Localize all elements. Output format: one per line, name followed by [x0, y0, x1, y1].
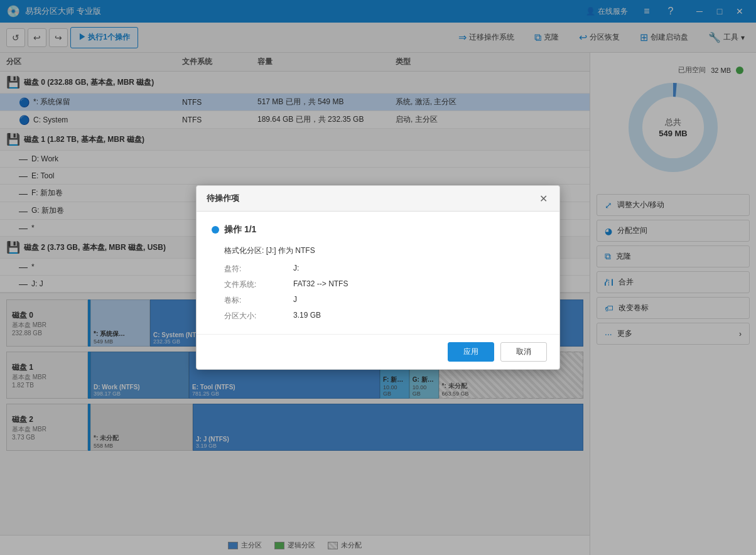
modal-op-title: 操作 1/1	[212, 224, 544, 235]
modal-label-volume: 卷标:	[224, 295, 287, 306]
modal-op-dot	[212, 226, 219, 234]
modal-op-desc: 格式化分区: [J:] 作为 NTFS	[212, 245, 544, 256]
modal-body: 操作 1/1 格式化分区: [J:] 作为 NTFS 盘符: J: 文件系统: …	[197, 212, 559, 334]
modal-dialog: 待操作项 ✕ 操作 1/1 格式化分区: [J:] 作为 NTFS 盘符: J:…	[196, 185, 560, 370]
modal-title: 待操作项	[207, 193, 239, 204]
modal-footer: 应用 取消	[197, 334, 559, 369]
modal-detail: 盘符: J: 文件系统: FAT32 --> NTFS 卷标: J 分区大小: …	[212, 264, 544, 321]
modal-close-button[interactable]: ✕	[537, 192, 549, 205]
modal-value-fs: FAT32 --> NTFS	[293, 279, 544, 290]
modal-value-size: 3.19 GB	[293, 311, 544, 321]
modal-value-volume: J	[293, 295, 544, 306]
modal-label-size: 分区大小:	[224, 311, 287, 321]
modal-cancel-button[interactable]: 取消	[500, 342, 547, 362]
modal-overlay[interactable]: 待操作项 ✕ 操作 1/1 格式化分区: [J:] 作为 NTFS 盘符: J:…	[0, 0, 756, 555]
modal-label-fs: 文件系统:	[224, 279, 287, 290]
modal-label-letter: 盘符:	[224, 264, 287, 274]
modal-value-letter: J:	[293, 264, 544, 274]
modal-apply-button[interactable]: 应用	[448, 342, 494, 362]
modal-header: 待操作项 ✕	[197, 186, 559, 212]
